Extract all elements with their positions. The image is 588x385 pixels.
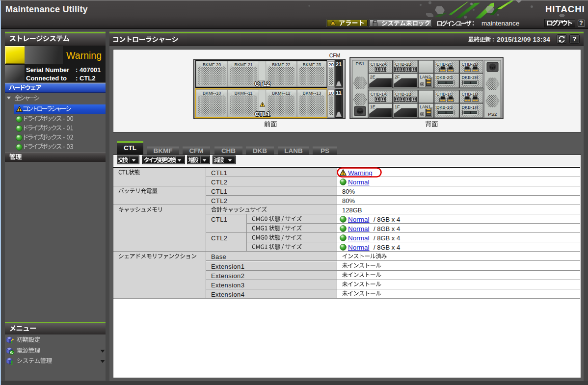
svg-text:BKMF-21: BKMF-21 <box>235 62 253 67</box>
svg-text:21: 21 <box>336 61 342 67</box>
svg-text:BKMF-13: BKMF-13 <box>303 91 321 96</box>
svg-text:CHB-2C: CHB-2C <box>436 62 453 67</box>
svg-text:1F: 1F <box>395 104 400 109</box>
svg-text:2F: 2F <box>395 75 400 79</box>
svg-text:CFM: CFM <box>329 53 341 58</box>
svg-text:CHB-1C: CHB-1C <box>436 92 453 97</box>
svg-text:CHB-2B: CHB-2B <box>395 62 411 67</box>
svg-text:LAN1: LAN1 <box>420 104 431 109</box>
svg-text:DKB-2H: DKB-2H <box>462 75 478 80</box>
svg-text:11: 11 <box>336 90 341 96</box>
svg-text:BKMF-22: BKMF-22 <box>272 62 290 67</box>
svg-text:20: 20 <box>328 62 334 67</box>
svg-text:CHB-1D: CHB-1D <box>462 92 479 97</box>
svg-text:PS1: PS1 <box>356 61 365 66</box>
svg-text:2E: 2E <box>370 75 375 79</box>
svg-text:BKMF-23: BKMF-23 <box>303 62 321 67</box>
svg-text:CHB-2A: CHB-2A <box>371 62 387 67</box>
svg-text:CHB-2D: CHB-2D <box>462 62 479 67</box>
svg-text:LAN2: LAN2 <box>420 75 431 79</box>
svg-text:BKMF-11: BKMF-11 <box>235 91 253 96</box>
svg-text:1E: 1E <box>370 104 375 109</box>
svg-text:DKB-2G: DKB-2G <box>436 75 453 80</box>
svg-text:CHB-1A: CHB-1A <box>371 92 387 97</box>
svg-text:BKMF-10: BKMF-10 <box>203 91 221 96</box>
svg-text:CTL1: CTL1 <box>255 111 270 118</box>
svg-text:PS2: PS2 <box>488 111 497 117</box>
svg-text:10: 10 <box>328 90 334 96</box>
svg-text:DKB-1H: DKB-1H <box>462 105 478 110</box>
svg-text:CHB-1B: CHB-1B <box>395 92 411 97</box>
svg-text:BKMF-12: BKMF-12 <box>272 91 290 96</box>
svg-text:BKMF-20: BKMF-20 <box>203 62 221 67</box>
svg-text:CTL2: CTL2 <box>255 80 270 87</box>
svg-text:DKB-1G: DKB-1G <box>436 105 453 110</box>
